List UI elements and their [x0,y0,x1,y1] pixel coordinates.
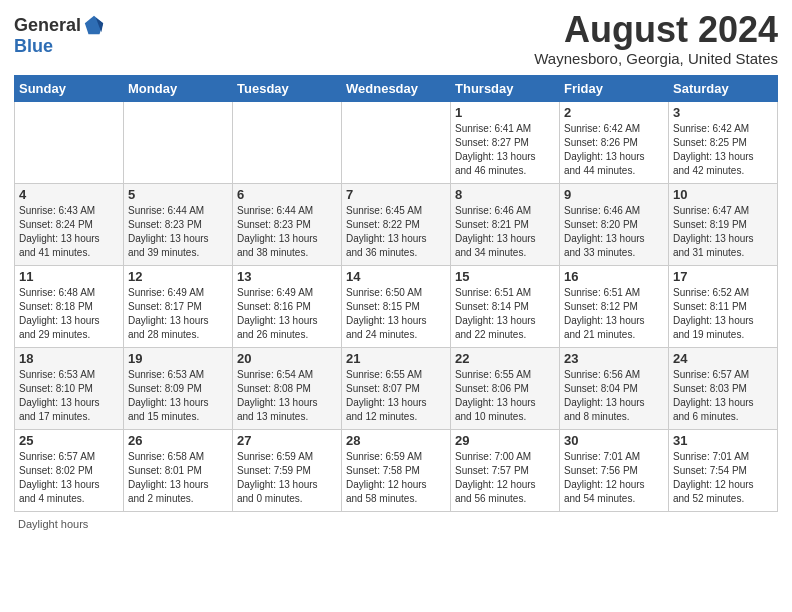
day-detail: Sunrise: 6:48 AM Sunset: 8:18 PM Dayligh… [19,286,119,342]
day-number: 13 [237,269,337,284]
day-number: 5 [128,187,228,202]
calendar-week-row: 1Sunrise: 6:41 AM Sunset: 8:27 PM Daylig… [15,101,778,183]
day-number: 6 [237,187,337,202]
calendar-cell: 22Sunrise: 6:55 AM Sunset: 8:06 PM Dayli… [451,347,560,429]
calendar-cell: 2Sunrise: 6:42 AM Sunset: 8:26 PM Daylig… [560,101,669,183]
day-detail: Sunrise: 6:57 AM Sunset: 8:02 PM Dayligh… [19,450,119,506]
calendar-cell: 26Sunrise: 6:58 AM Sunset: 8:01 PM Dayli… [124,429,233,511]
calendar-cell: 17Sunrise: 6:52 AM Sunset: 8:11 PM Dayli… [669,265,778,347]
day-number: 1 [455,105,555,120]
calendar-cell [233,101,342,183]
day-number: 17 [673,269,773,284]
calendar-cell: 25Sunrise: 6:57 AM Sunset: 8:02 PM Dayli… [15,429,124,511]
day-detail: Sunrise: 6:45 AM Sunset: 8:22 PM Dayligh… [346,204,446,260]
footer: Daylight hours [14,518,778,530]
footer-text: Daylight hours [18,518,88,530]
calendar-cell: 23Sunrise: 6:56 AM Sunset: 8:04 PM Dayli… [560,347,669,429]
day-detail: Sunrise: 6:46 AM Sunset: 8:21 PM Dayligh… [455,204,555,260]
day-number: 8 [455,187,555,202]
day-number: 25 [19,433,119,448]
calendar-cell: 12Sunrise: 6:49 AM Sunset: 8:17 PM Dayli… [124,265,233,347]
day-detail: Sunrise: 7:01 AM Sunset: 7:56 PM Dayligh… [564,450,664,506]
day-number: 12 [128,269,228,284]
day-detail: Sunrise: 6:55 AM Sunset: 8:06 PM Dayligh… [455,368,555,424]
calendar-cell: 11Sunrise: 6:48 AM Sunset: 8:18 PM Dayli… [15,265,124,347]
calendar-cell: 27Sunrise: 6:59 AM Sunset: 7:59 PM Dayli… [233,429,342,511]
page: General Blue August 2024 Waynesboro, Geo… [0,0,792,612]
calendar-table: SundayMondayTuesdayWednesdayThursdayFrid… [14,75,778,512]
day-detail: Sunrise: 6:52 AM Sunset: 8:11 PM Dayligh… [673,286,773,342]
calendar-cell: 5Sunrise: 6:44 AM Sunset: 8:23 PM Daylig… [124,183,233,265]
day-detail: Sunrise: 6:49 AM Sunset: 8:17 PM Dayligh… [128,286,228,342]
calendar-cell: 20Sunrise: 6:54 AM Sunset: 8:08 PM Dayli… [233,347,342,429]
logo-icon [83,14,105,36]
day-detail: Sunrise: 6:44 AM Sunset: 8:23 PM Dayligh… [128,204,228,260]
calendar-week-row: 11Sunrise: 6:48 AM Sunset: 8:18 PM Dayli… [15,265,778,347]
day-detail: Sunrise: 6:46 AM Sunset: 8:20 PM Dayligh… [564,204,664,260]
day-number: 22 [455,351,555,366]
calendar-cell: 24Sunrise: 6:57 AM Sunset: 8:03 PM Dayli… [669,347,778,429]
calendar-week-row: 25Sunrise: 6:57 AM Sunset: 8:02 PM Dayli… [15,429,778,511]
day-detail: Sunrise: 6:57 AM Sunset: 8:03 PM Dayligh… [673,368,773,424]
day-detail: Sunrise: 6:42 AM Sunset: 8:25 PM Dayligh… [673,122,773,178]
day-detail: Sunrise: 6:55 AM Sunset: 8:07 PM Dayligh… [346,368,446,424]
day-number: 19 [128,351,228,366]
day-detail: Sunrise: 6:49 AM Sunset: 8:16 PM Dayligh… [237,286,337,342]
day-number: 26 [128,433,228,448]
calendar-week-row: 18Sunrise: 6:53 AM Sunset: 8:10 PM Dayli… [15,347,778,429]
day-number: 3 [673,105,773,120]
title-area: August 2024 Waynesboro, Georgia, United … [534,10,778,67]
calendar-week-row: 4Sunrise: 6:43 AM Sunset: 8:24 PM Daylig… [15,183,778,265]
calendar-cell: 13Sunrise: 6:49 AM Sunset: 8:16 PM Dayli… [233,265,342,347]
day-detail: Sunrise: 6:43 AM Sunset: 8:24 PM Dayligh… [19,204,119,260]
day-detail: Sunrise: 7:00 AM Sunset: 7:57 PM Dayligh… [455,450,555,506]
header: General Blue August 2024 Waynesboro, Geo… [14,10,778,67]
calendar-cell: 29Sunrise: 7:00 AM Sunset: 7:57 PM Dayli… [451,429,560,511]
day-detail: Sunrise: 6:42 AM Sunset: 8:26 PM Dayligh… [564,122,664,178]
weekday-header: Monday [124,75,233,101]
day-number: 27 [237,433,337,448]
day-detail: Sunrise: 6:51 AM Sunset: 8:12 PM Dayligh… [564,286,664,342]
day-number: 11 [19,269,119,284]
logo: General Blue [14,14,105,57]
day-detail: Sunrise: 7:01 AM Sunset: 7:54 PM Dayligh… [673,450,773,506]
calendar-cell: 3Sunrise: 6:42 AM Sunset: 8:25 PM Daylig… [669,101,778,183]
day-detail: Sunrise: 6:44 AM Sunset: 8:23 PM Dayligh… [237,204,337,260]
day-detail: Sunrise: 6:50 AM Sunset: 8:15 PM Dayligh… [346,286,446,342]
day-number: 15 [455,269,555,284]
day-number: 20 [237,351,337,366]
day-detail: Sunrise: 6:53 AM Sunset: 8:10 PM Dayligh… [19,368,119,424]
day-number: 31 [673,433,773,448]
weekday-header: Friday [560,75,669,101]
day-detail: Sunrise: 6:47 AM Sunset: 8:19 PM Dayligh… [673,204,773,260]
subtitle: Waynesboro, Georgia, United States [534,50,778,67]
day-number: 7 [346,187,446,202]
logo-general: General [14,15,81,36]
calendar-cell: 30Sunrise: 7:01 AM Sunset: 7:56 PM Dayli… [560,429,669,511]
day-number: 2 [564,105,664,120]
weekday-header: Tuesday [233,75,342,101]
calendar-cell: 14Sunrise: 6:50 AM Sunset: 8:15 PM Dayli… [342,265,451,347]
day-number: 28 [346,433,446,448]
calendar-cell: 7Sunrise: 6:45 AM Sunset: 8:22 PM Daylig… [342,183,451,265]
calendar-cell: 9Sunrise: 6:46 AM Sunset: 8:20 PM Daylig… [560,183,669,265]
day-number: 4 [19,187,119,202]
day-number: 9 [564,187,664,202]
day-number: 23 [564,351,664,366]
calendar-cell: 6Sunrise: 6:44 AM Sunset: 8:23 PM Daylig… [233,183,342,265]
calendar-cell: 4Sunrise: 6:43 AM Sunset: 8:24 PM Daylig… [15,183,124,265]
calendar-cell: 8Sunrise: 6:46 AM Sunset: 8:21 PM Daylig… [451,183,560,265]
day-detail: Sunrise: 6:58 AM Sunset: 8:01 PM Dayligh… [128,450,228,506]
day-number: 30 [564,433,664,448]
day-number: 29 [455,433,555,448]
calendar-header-row: SundayMondayTuesdayWednesdayThursdayFrid… [15,75,778,101]
logo-blue: Blue [14,36,53,57]
weekday-header: Saturday [669,75,778,101]
calendar-cell: 18Sunrise: 6:53 AM Sunset: 8:10 PM Dayli… [15,347,124,429]
weekday-header: Sunday [15,75,124,101]
calendar-cell [342,101,451,183]
calendar-cell: 19Sunrise: 6:53 AM Sunset: 8:09 PM Dayli… [124,347,233,429]
weekday-header: Thursday [451,75,560,101]
day-number: 14 [346,269,446,284]
day-number: 18 [19,351,119,366]
